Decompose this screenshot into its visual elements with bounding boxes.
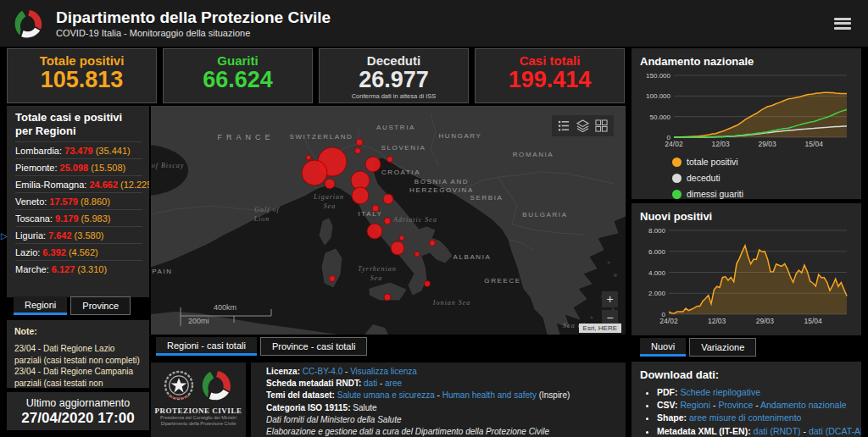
download-link[interactable]: Province: [718, 400, 753, 410]
menu-icon[interactable]: [834, 18, 851, 30]
zoom-in-button[interactable]: +: [602, 291, 618, 307]
region-row[interactable]: Emilia-Romagna:24.662(12.225): [15, 175, 142, 192]
stat-card-deceduti: Deceduti 26.977 Conferma dati in attesa …: [319, 48, 469, 103]
tab-province[interactable]: Province: [70, 296, 131, 315]
svg-text:24/02: 24/02: [665, 140, 683, 148]
org-sub2: Dipartimento della Protezione Civile: [151, 421, 246, 427]
andamento-title: Andamento nazionale: [640, 55, 853, 68]
region-bubble[interactable]: [330, 276, 336, 282]
map-canvas[interactable]: [151, 106, 626, 335]
region-bubble[interactable]: [367, 224, 382, 239]
stat-value: 66.624: [164, 68, 312, 91]
region-list: Lombardia:73.479(35.441)Piemonte:25.098(…: [15, 141, 142, 277]
regions-province-tabs: Regioni Province: [14, 296, 131, 315]
download-item: Shape: aree misure di contenimento: [657, 412, 853, 424]
license-line: Categoria ISO 19115: Salute: [266, 402, 626, 414]
license-link[interactable]: aree: [385, 379, 402, 388]
region-bubble[interactable]: [415, 252, 420, 257]
svg-text:12/03: 12/03: [711, 140, 730, 148]
protezione-civile-logo-icon: [12, 7, 46, 41]
regions-panel: Totale casi e positivi per Regioni Lomba…: [7, 106, 149, 297]
app-title: Dipartimento della Protezione Civile: [56, 8, 834, 27]
stat-label: Deceduti: [320, 53, 468, 68]
covid-dashboard: Dipartimento della Protezione Civile COV…: [0, 0, 868, 437]
region-row[interactable]: Piemonte:25.098(15.508): [15, 158, 142, 175]
notes-title: Note:: [14, 326, 142, 336]
region-bubble[interactable]: [302, 160, 327, 185]
svg-text:8.000: 8.000: [648, 227, 666, 235]
region-bubble[interactable]: [365, 157, 381, 172]
download-link[interactable]: Regioni: [680, 400, 710, 410]
last-update-panel: Ultimo aggiornamento 27/04/2020 17:00: [7, 392, 149, 430]
download-link[interactable]: dati (RNDT): [754, 426, 801, 436]
license-link[interactable]: Visualizza licenza: [350, 367, 417, 376]
region-row[interactable]: Lombardia:73.479(35.441): [15, 141, 142, 158]
license-link[interactable]: CC-BY-4.0: [303, 367, 342, 376]
legend-icon[interactable]: [558, 119, 570, 132]
region-bubble[interactable]: [306, 155, 311, 160]
nuovi-variazione-tabs: Nuovi Variazione: [640, 338, 756, 357]
download-link[interactable]: aree misure di contenimento: [689, 412, 802, 423]
region-bubble[interactable]: [425, 281, 431, 287]
region-bubble[interactable]: [391, 241, 404, 255]
region-row[interactable]: Veneto:17.579(8.860): [15, 192, 142, 209]
region-bubble[interactable]: [399, 235, 404, 241]
stat-label: Totale positivi: [8, 53, 156, 68]
andamento-chart[interactable]: 050.000100.000150.00024/0212/0329/0315/0…: [640, 71, 851, 149]
last-update-value: 27/04/2020 17:00: [7, 410, 149, 427]
svg-text:15/04: 15/04: [804, 317, 822, 325]
nuovi-positivi-chart[interactable]: 02.0004.0006.0008.00024/0212/0329/0315/0…: [640, 226, 851, 326]
tab-province-casi-totali[interactable]: Province - casi totali: [260, 337, 367, 356]
license-line: Elaborazione e gestione dati a cura del …: [266, 426, 626, 437]
region-bubble[interactable]: [372, 205, 379, 212]
tab-variazione[interactable]: Variazione: [689, 338, 756, 357]
region-row[interactable]: Marche:6.127(3.310): [15, 260, 142, 277]
map[interactable]: FRANCESWITZERLANDAUSTRIAHUNGARYSLOVENIAC…: [151, 106, 626, 335]
svg-text:24/02: 24/02: [659, 317, 678, 325]
license-link[interactable]: Human health and safety: [442, 390, 537, 400]
svg-text:4.000: 4.000: [648, 269, 666, 277]
header: Dipartimento della Protezione Civile COV…: [0, 0, 868, 47]
tab-regioni-casi-totali[interactable]: Regioni - casi totali: [156, 337, 257, 356]
legend-item: deceduti: [672, 173, 780, 183]
region-row[interactable]: Liguria:7.642(3.580): [15, 226, 142, 243]
notes-list: 23/04 - Dati Regione Lazio parziali (cas…: [14, 343, 142, 388]
region-bubble[interactable]: [430, 241, 436, 246]
download-dati-panel: Download dati: PDF: Schede riepilogative…: [632, 362, 861, 437]
region-bubble[interactable]: [384, 218, 391, 224]
map-attribution: Esri, HERE: [579, 324, 621, 333]
download-link[interactable]: dati (DCAT-AP IT): [809, 426, 861, 436]
region-row[interactable]: Toscana:9.179(5.983): [15, 209, 142, 226]
stats-row: Totale positivi 105.813 Guariti 66.624 D…: [7, 48, 625, 103]
sidebar-expand-arrow-icon[interactable]: ▷: [1, 231, 8, 241]
tab-regioni[interactable]: Regioni: [14, 296, 67, 315]
license-line: Temi del dataset: Salute umana e sicurez…: [266, 390, 626, 401]
download-link[interactable]: Andamento nazionale: [760, 400, 847, 410]
region-bubble[interactable]: [325, 179, 335, 189]
note-line: 23/04 - Dati Regione Campania parziali (…: [14, 366, 142, 388]
region-bubble[interactable]: [384, 294, 391, 301]
tab-nuovi[interactable]: Nuovi: [640, 338, 686, 357]
basemap-gallery-icon[interactable]: [595, 119, 608, 132]
legend-item: dimessi guariti: [672, 189, 780, 199]
stat-card-totale-positivi: Totale positivi 105.813: [7, 48, 157, 103]
svg-text:12/03: 12/03: [708, 317, 726, 325]
svg-text:100.000: 100.000: [646, 92, 670, 100]
region-bubble[interactable]: [356, 139, 363, 146]
layers-icon[interactable]: [576, 119, 589, 132]
org-sub1: Presidenza del Consiglio dei Ministri: [151, 415, 246, 421]
region-bubble[interactable]: [387, 157, 393, 163]
download-link[interactable]: Schede riepilogative: [680, 387, 760, 397]
region-row[interactable]: Lazio:6.392(4.562): [15, 243, 142, 260]
region-bubble[interactable]: [383, 194, 393, 204]
region-bubble[interactable]: [352, 187, 369, 204]
download-list: PDF: Schede riepilogativeCSV: Regioni - …: [647, 386, 853, 437]
stat-card-casi-totali: Casi totali 199.414: [475, 48, 625, 103]
andamento-legend: totale positividecedutidimessi guariti: [640, 157, 853, 205]
svg-text:2.000: 2.000: [648, 290, 666, 297]
license-link[interactable]: dati: [364, 379, 377, 388]
region-bubble[interactable]: [355, 148, 361, 154]
license-link[interactable]: Salute umana e sicurezza: [337, 390, 435, 400]
legend-dot-icon: [672, 190, 682, 199]
svg-text:50.000: 50.000: [650, 113, 671, 121]
